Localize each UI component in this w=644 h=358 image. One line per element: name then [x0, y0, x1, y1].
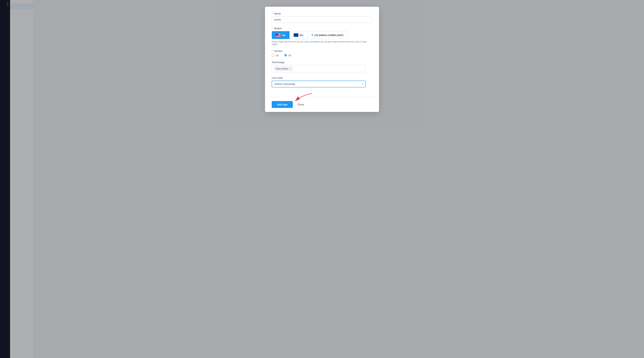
name-required-star: *: [272, 12, 273, 15]
flag-us-icon: [276, 34, 280, 37]
version-v2-option[interactable]: v2: [272, 54, 279, 57]
modal-body: * Name * Region US: [265, 7, 379, 96]
modal-overlay: * Name * Region US: [0, 0, 644, 358]
version-v2-label: v2: [276, 54, 279, 57]
region-eu-button[interactable]: EU: [290, 31, 308, 39]
version-v3-option[interactable]: v3: [284, 54, 291, 57]
modal-divider: [265, 97, 379, 97]
use-case-select-wrapper: Online Community Customer Support Health…: [272, 81, 366, 88]
add-app-button[interactable]: Add App: [272, 101, 293, 108]
region-selector: US EU ⚕ US (HIPAA COMPLIANT): [272, 31, 348, 39]
use-case-field-group: Use Case Online Community Customer Suppo…: [272, 76, 372, 88]
region-hipaa-label: US (HIPAA COMPLIANT): [314, 34, 344, 37]
hipaa-icon: ⚕: [312, 33, 313, 37]
flag-eu-icon: [294, 34, 298, 37]
version-required-star: *: [272, 50, 273, 52]
version-label: * Version: [272, 50, 372, 52]
technology-label: Technology: [272, 61, 372, 64]
version-selector: v2 v3: [272, 54, 372, 57]
version-field-group: * Version v2 v3: [272, 50, 372, 57]
version-v3-label: v3: [288, 54, 291, 57]
technology-tag-label: React Native: [276, 68, 288, 70]
version-v3-radio[interactable]: [284, 54, 287, 57]
close-button[interactable]: Close: [296, 101, 305, 108]
region-us-button[interactable]: US: [272, 31, 290, 39]
use-case-label: Use Case: [272, 76, 372, 79]
name-label: * Name: [272, 12, 372, 15]
region-hipaa-button[interactable]: ⚕ US (HIPAA COMPLIANT): [308, 31, 348, 39]
technology-field-group: Technology React Native ×: [272, 61, 372, 72]
region-hint: Every region will work for all your user…: [272, 41, 372, 46]
technology-tag-remove[interactable]: ×: [289, 68, 290, 70]
add-app-modal: * Name * Region US: [265, 7, 379, 112]
modal-footer: Add App Close: [265, 98, 379, 112]
region-us-label: US: [282, 34, 286, 37]
region-field-group: * Region US EU: [272, 27, 372, 46]
name-field-group: * Name: [272, 12, 372, 23]
technology-tag: React Native ×: [274, 67, 292, 71]
use-case-select[interactable]: Online Community Customer Support Health…: [272, 81, 366, 88]
version-v2-radio[interactable]: [272, 54, 275, 57]
region-label: * Region: [272, 27, 372, 30]
region-required-star: *: [272, 27, 273, 30]
technology-input[interactable]: React Native ×: [272, 65, 366, 72]
name-input[interactable]: [272, 16, 372, 23]
